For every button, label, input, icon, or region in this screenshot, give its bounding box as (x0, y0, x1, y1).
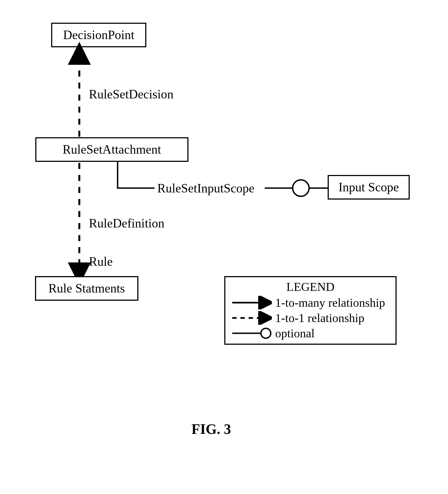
legend-row-one-to-many: 1-to-many relationship (231, 295, 390, 310)
legend-row-optional: optional (231, 326, 390, 341)
legend-one-to-many-label: 1-to-many relationship (275, 296, 385, 310)
node-rule-statements: Rule Statments (35, 276, 138, 301)
dashed-arrow-icon (231, 311, 272, 325)
solid-arrow-icon (231, 296, 272, 309)
diagram-stage: DecisionPoint RuleSetDecision RuleSetAtt… (0, 0, 448, 494)
edge-rule-definition-label: RuleDefinition (89, 216, 164, 230)
svg-point-8 (261, 328, 271, 338)
edge-rule-label: Rule (89, 254, 113, 269)
edge-rule-definition (0, 0, 448, 494)
legend-one-to-one-label: 1-to-1 relationship (275, 311, 364, 325)
legend-title: LEGEND (231, 280, 390, 294)
figure-caption: FIG. 3 (191, 421, 231, 437)
legend-row-one-to-one: 1-to-1 relationship (231, 310, 390, 326)
legend-optional-label: optional (275, 326, 315, 340)
node-rule-statements-label: Rule Statments (48, 282, 125, 296)
legend: LEGEND 1-to-many relationship (224, 276, 397, 345)
optional-circle-icon (231, 326, 272, 340)
